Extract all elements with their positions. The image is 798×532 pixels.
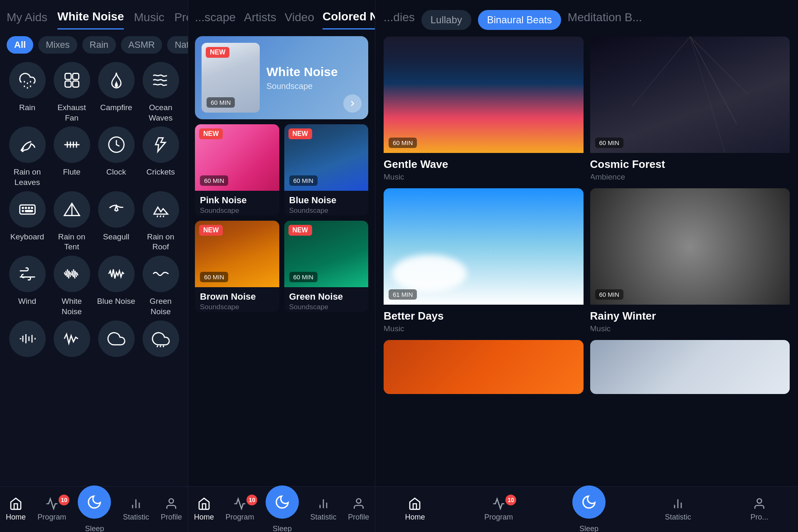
sound-crickets[interactable]: Crickets [140, 126, 181, 187]
filter-mixes[interactable]: Mixes [38, 36, 77, 54]
filter-all[interactable]: All [7, 36, 33, 54]
svg-rect-7 [72, 74, 79, 80]
left-nav-sleep[interactable]: Sleep [78, 485, 111, 532]
middle-sleep-button[interactable] [266, 485, 299, 519]
wind-icon [18, 265, 37, 283]
sound-extra3[interactable] [96, 320, 137, 357]
nav-premium[interactable]: Premi... [174, 11, 188, 29]
sound-seagull[interactable]: Seagull [96, 191, 137, 252]
green-noise-duration: 60 MIN [289, 272, 318, 282]
exhaust-fan-label: Exhaust Fan [51, 103, 92, 123]
sound-white-noise[interactable]: White Noise [51, 256, 92, 317]
cloud1-icon [107, 330, 126, 348]
right-nav-sleep[interactable]: Sleep [572, 485, 606, 532]
better-days-image: 61 MIN [384, 188, 584, 305]
sleep-button[interactable] [78, 485, 111, 519]
sound-rain[interactable]: Rain [7, 62, 48, 123]
sleep-nav-label: Sleep [85, 525, 104, 532]
sound-extra4[interactable] [140, 320, 181, 357]
middle-nav-sleep[interactable]: Sleep [266, 485, 299, 532]
green-noise-icon-circle [143, 256, 179, 292]
right-nav-dies[interactable]: ...dies [384, 11, 415, 29]
cosmic-forest-title: Cosmic Forest [590, 158, 790, 171]
left-nav-profile[interactable]: Profile [161, 497, 182, 522]
left-nav-home[interactable]: Home [6, 497, 26, 522]
sound-green-noise[interactable]: Green Noise [140, 256, 181, 317]
middle-nav-scape[interactable]: ...scape [195, 11, 236, 29]
cosmic-forest-image: 60 MIN [590, 37, 790, 153]
middle-nav-program[interactable]: 10 Program [225, 497, 254, 522]
rain-leaves-icon [18, 135, 37, 154]
blue-noise-subtitle: Soundscape [289, 207, 364, 215]
filter-asmr[interactable]: ASMR [121, 36, 163, 54]
middle-nav-artists[interactable]: Artists [244, 11, 276, 29]
sound-exhaust-fan[interactable]: Exhaust Fan [51, 62, 92, 123]
pink-noise-card[interactable]: NEW 60 MIN Pink Noise Soundscape [195, 124, 279, 216]
green-noise-card[interactable]: NEW 60 MIN Green Noise Soundscape [284, 221, 369, 312]
hero-subtitle: Soundscape [266, 81, 362, 91]
right-panel: ...dies Lullaby Binaural Beats Meditatio… [375, 0, 798, 532]
sound-keyboard[interactable]: Keyboard [7, 191, 48, 252]
middle-nav-statistic[interactable]: Statistic [310, 497, 337, 522]
right-statistic-label: Statistic [665, 513, 691, 522]
waveform2-icon [63, 330, 81, 348]
campfire-label: Campfire [100, 103, 132, 113]
nav-my-aids[interactable]: My Aids [7, 11, 47, 29]
partial-card-1[interactable] [384, 340, 584, 394]
pink-noise-badge: NEW [199, 128, 223, 139]
hero-arrow-button[interactable] [343, 94, 362, 113]
svg-line-43 [157, 345, 158, 347]
sound-campfire[interactable]: Campfire [96, 62, 137, 123]
sound-ocean-waves[interactable]: Ocean Waves [140, 62, 181, 123]
right-nav-meditation[interactable]: Meditation B... [568, 11, 642, 29]
hero-card[interactable]: NEW 60 MIN White Noise Soundscape [195, 36, 368, 119]
filter-rain[interactable]: Rain [82, 36, 116, 54]
better-days-info: Better Days Music [384, 305, 584, 333]
sound-rain-leaves[interactable]: Rain on Leaves [7, 126, 48, 187]
right-nav-lullaby[interactable]: Lullaby [421, 10, 471, 30]
blue-noise-card[interactable]: NEW 60 MIN Blue Noise Soundscape [284, 124, 369, 216]
home-nav-label: Home [6, 513, 26, 522]
sound-extra2[interactable] [51, 320, 92, 357]
middle-sleep-label: Sleep [273, 525, 292, 532]
right-sleep-button[interactable] [572, 485, 606, 519]
sound-rain-tent[interactable]: Rain on Tent [51, 191, 92, 252]
sound-extra1[interactable] [7, 320, 48, 357]
right-nav-statistic[interactable]: Statistic [665, 497, 691, 522]
right-nav-binaural[interactable]: Binaural Beats [478, 10, 561, 30]
partial-card-2[interactable] [590, 340, 790, 394]
middle-nav-video[interactable]: Video [285, 11, 314, 29]
middle-home-icon [197, 497, 211, 510]
middle-nav-profile[interactable]: Profile [348, 497, 369, 522]
middle-nav-colored-noise[interactable]: Colored Noise [323, 10, 375, 30]
nav-music[interactable]: Music [134, 11, 164, 29]
statistic-icon [129, 497, 143, 510]
gentle-wave-info: Gentle Wave Music [384, 153, 584, 182]
brown-noise-card[interactable]: NEW 60 MIN Brown Noise Soundscape [195, 221, 279, 312]
better-days-card[interactable]: 61 MIN Better Days Music [384, 188, 584, 333]
gentle-wave-card[interactable]: 60 MIN Gentle Wave Music [384, 37, 584, 182]
sound-flute[interactable]: Flute [51, 126, 92, 187]
left-nav-program[interactable]: 10 Program [37, 497, 66, 522]
sound-clock[interactable]: Clock [96, 126, 137, 187]
sound-wind[interactable]: Wind [7, 256, 48, 317]
right-nav-profile[interactable]: Pro... [751, 497, 768, 522]
sound-rain-roof[interactable]: Rain on Roof [140, 191, 181, 252]
hero-duration: 60 MIN [207, 97, 235, 108]
program-nav-label: Program [37, 513, 66, 522]
fan-icon-circle [54, 62, 90, 99]
rainy-winter-card[interactable]: 60 MIN Rainy Winter Music [590, 188, 790, 333]
sound-blue-noise[interactable]: Blue Noise [96, 256, 137, 317]
right-nav-home[interactable]: Home [405, 497, 425, 522]
left-nav-statistic[interactable]: Statistic [123, 497, 149, 522]
nav-white-noise[interactable]: White Noise [57, 10, 124, 30]
ocean-waves-label: Ocean Waves [140, 103, 181, 123]
middle-nav-home[interactable]: Home [194, 497, 214, 522]
filter-nature[interactable]: Nature [167, 36, 188, 54]
keyboard-label: Keyboard [10, 232, 44, 242]
svg-line-31 [69, 271, 70, 277]
right-nav-program[interactable]: 10 Program [484, 497, 513, 522]
blue-noise-title: Blue Noise [289, 195, 364, 206]
svg-rect-9 [72, 81, 79, 87]
cosmic-forest-card[interactable]: 60 MIN Cosmic Forest Ambience [590, 37, 790, 182]
